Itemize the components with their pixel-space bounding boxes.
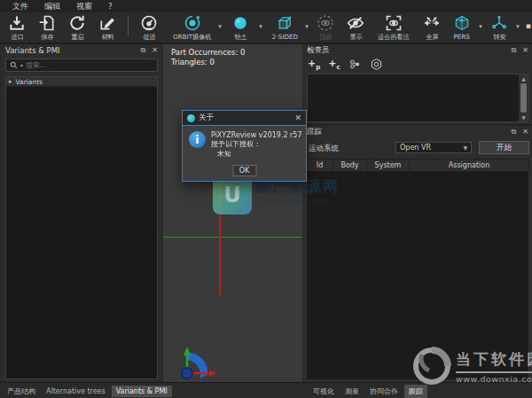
show-eye-slash-icon — [347, 14, 364, 32]
fullscreen-button[interactable]: 全屏 — [417, 12, 447, 42]
inspector-title: 检查员 — [307, 45, 330, 56]
column-body[interactable]: Body — [333, 160, 367, 171]
two-sided-cube-icon — [276, 14, 293, 32]
motion-system-label: 运动系统 — [309, 144, 339, 154]
column-system[interactable]: System — [367, 160, 410, 171]
material-button[interactable]: 材料 — [92, 12, 122, 42]
view-orientation-gizmo[interactable] — [176, 339, 218, 382]
tab-visualize[interactable]: 可视化 — [309, 385, 339, 398]
toolbar-file-group: 进口 保存 重启 材料 促进 — [2, 12, 164, 42]
pers-dropdown-arrow[interactable]: ▾ — [477, 23, 484, 30]
popout-icon[interactable]: ⧉ — [512, 46, 517, 55]
motion-system-select[interactable]: Open VR ▼ — [395, 142, 472, 153]
scroll-down-icon[interactable]: ▼ — [520, 113, 528, 121]
menu-edit[interactable]: 编辑 — [37, 0, 67, 13]
nut-icon[interactable] — [370, 58, 383, 71]
save-icon — [38, 14, 56, 32]
add-point-button[interactable]: +p — [308, 58, 320, 71]
start-button[interactable]: 开始 — [479, 141, 529, 154]
add-component-button[interactable]: +c — [328, 58, 340, 71]
orbit-camera-button[interactable]: ORBIT摄像机 — [168, 12, 216, 42]
tab-product-structure[interactable]: 产品结构 — [3, 385, 40, 398]
viewport-stats: Part Occurrences: 0 Triangles: 0 — [171, 48, 245, 66]
close-icon[interactable]: ✕ — [522, 128, 528, 137]
variants-pmi-panel: Variants & PMI ⧉ ✕ ▾ ▸ Variants — [2, 44, 161, 382]
tree-item-variants[interactable]: ▸ Variants — [6, 77, 157, 87]
about-dialog-titlebar[interactable]: 关于 ✕ — [183, 111, 306, 126]
scroll-up-icon[interactable]: ▲ — [520, 74, 528, 82]
toolbar-overflow-icon[interactable]: ▪ — [526, 21, 531, 30]
tab-collaborate[interactable]: 协同合作 — [365, 385, 403, 398]
tracking-header: 跟踪 ⧉ ✕ — [303, 126, 532, 138]
downxia-logo-icon — [410, 344, 454, 388]
clay-button[interactable]: 钻土 — [223, 12, 257, 42]
search-input[interactable] — [26, 61, 153, 69]
gauge-icon — [140, 14, 158, 32]
orbit-camera-dropdown-arrow[interactable]: ▾ — [216, 23, 223, 30]
import-icon — [8, 14, 26, 32]
import-button[interactable]: 进口 — [2, 12, 32, 42]
tab-variants-pmi[interactable]: Variants & PMI — [112, 386, 172, 397]
about-dialog: 关于 ✕ i PiXYZReview v2019.2 r57 授予以下授权： 未… — [182, 110, 307, 182]
search-box[interactable]: ▾ — [5, 59, 158, 72]
pers-cube-icon — [453, 14, 471, 32]
restart-icon — [68, 14, 86, 32]
material-pencil-icon — [98, 14, 116, 32]
corner-watermark: 当下软件园 www.downxia.com — [410, 344, 532, 388]
tab-alternative-trees[interactable]: Alternative trees — [42, 386, 110, 397]
inspector-list[interactable]: ▲ ▼ — [307, 74, 528, 122]
triangles-stat: Triangles: 0 — [171, 58, 245, 67]
ok-button[interactable]: OK — [232, 165, 256, 176]
popout-icon[interactable]: ⧉ — [512, 128, 517, 137]
info-icon: i — [189, 131, 206, 148]
restart-button[interactable]: 重启 — [62, 12, 92, 42]
popout-icon[interactable]: ⧉ — [141, 46, 146, 55]
variants-pmi-header: Variants & PMI ⧉ ✕ — [2, 44, 161, 57]
left-tab-group: 产品结构 Alternative trees Variants & PMI — [3, 385, 172, 398]
menu-help[interactable]: ? — [101, 1, 120, 12]
menu-window[interactable]: 视窗 — [69, 0, 99, 13]
toolbar-separator — [128, 16, 129, 35]
inspector-scrollbar[interactable]: ▲ ▼ — [519, 74, 528, 121]
molecule-icon[interactable] — [348, 58, 362, 71]
tab-measure[interactable]: 测量 — [340, 385, 364, 398]
clay-dropdown-arrow[interactable]: ▾ — [257, 23, 264, 30]
close-icon[interactable]: ✕ — [152, 46, 158, 55]
app-logo-icon — [187, 114, 195, 122]
about-license-line: 授予以下授权： — [211, 140, 302, 149]
app-window: 文件 编辑 视窗 ? 进口 保存 重启 — [0, 0, 532, 398]
show-button[interactable]: 显示 — [340, 12, 371, 42]
search-filter-arrow-icon[interactable]: ▾ — [20, 62, 23, 68]
variants-pmi-title: Variants & PMI — [5, 46, 60, 55]
pers-button[interactable]: PERS — [447, 12, 477, 41]
close-icon[interactable]: ✕ — [522, 46, 528, 55]
tracking-table-header: Id Body System Assignation — [306, 159, 529, 172]
about-version-line: PiXYZReview v2019.2 r57 — [211, 131, 302, 140]
expand-caret-icon[interactable]: ▸ — [9, 78, 12, 85]
gizmo-button[interactable]: 转安 — [484, 12, 514, 42]
two-sided-button[interactable]: 2-SIDED — [266, 12, 303, 41]
inspector-toolbar: +p +c — [303, 57, 532, 71]
fit-view-button[interactable]: 适合的看法 — [371, 12, 417, 42]
watermark-subtext: Liangcyan.net — [255, 198, 340, 206]
dialog-close-icon[interactable]: ✕ — [294, 113, 301, 122]
hide-button[interactable]: 隐藏 — [310, 12, 340, 42]
column-assignation[interactable]: Assignation — [410, 160, 528, 171]
scroll-thumb[interactable] — [520, 83, 527, 113]
toolbar-camera-group: ORBIT摄像机 ▾ 钻土 ▾ — [168, 12, 264, 42]
two-sided-dropdown-arrow[interactable]: ▾ — [303, 23, 310, 30]
menu-bar: 文件 编辑 视窗 ? — [0, 0, 532, 12]
world-axis-green — [163, 237, 302, 238]
about-dialog-body: i PiXYZReview v2019.2 r57 授予以下授权： 未知 — [183, 126, 306, 159]
fullscreen-arrows-icon — [423, 14, 441, 32]
boost-button[interactable]: 促进 — [134, 12, 164, 42]
clay-sphere-icon — [232, 14, 248, 32]
column-id[interactable]: Id — [307, 160, 333, 171]
search-icon — [10, 61, 18, 69]
save-button[interactable]: 保存 — [32, 12, 62, 42]
tracking-controls: 运动系统 Open VR ▼ 开始 — [303, 140, 532, 154]
gizmo-dropdown-arrow[interactable]: ▾ — [514, 23, 521, 30]
menu-file[interactable]: 文件 — [5, 0, 35, 13]
about-dialog-title: 关于 — [199, 113, 214, 123]
tracking-title: 跟踪 — [307, 127, 322, 137]
